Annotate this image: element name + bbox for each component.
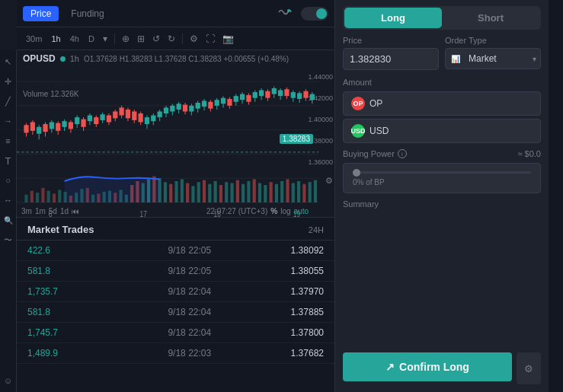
svg-rect-58 [309, 182, 312, 202]
svg-rect-129 [240, 94, 245, 100]
scale-pct[interactable]: % [270, 207, 277, 215]
funding-tab[interactable]: Funding [63, 6, 111, 21]
snapshot-btn[interactable]: 📷 [220, 32, 236, 46]
undo-btn[interactable]: ↺ [150, 32, 162, 46]
symbol-interval: 1h [70, 54, 79, 63]
price-tab[interactable]: Price [23, 6, 59, 21]
fullscreen-btn[interactable]: ⛶ [203, 32, 217, 46]
svg-point-0 [287, 9, 290, 12]
svg-rect-54 [286, 179, 289, 202]
buying-power-value: ≈ $0.0 [517, 149, 541, 158]
timeframe-dropdown-icon[interactable]: ▾ [101, 32, 110, 46]
svg-rect-56 [297, 181, 300, 202]
timeframe-1h[interactable]: 1h [48, 33, 63, 45]
confirm-settings-icon: ⚙ [524, 363, 533, 374]
shapes-tool[interactable]: ○ [2, 174, 15, 187]
svg-rect-121 [215, 100, 219, 106]
svg-rect-59 [314, 180, 317, 202]
fib-tool[interactable]: ≡ [2, 134, 15, 148]
op-coin-name: OP [369, 98, 382, 109]
zoom-tool[interactable]: 🔍 [2, 213, 15, 227]
chart-wave-tool[interactable]: 〜 [2, 233, 15, 247]
svg-rect-57 [302, 184, 305, 202]
svg-rect-39 [203, 180, 206, 202]
op-coin-dot: OP [351, 97, 365, 110]
long-btn[interactable]: Long [344, 8, 442, 28]
amount-section: Amount OP OP USD USD [343, 78, 541, 143]
svg-rect-63 [30, 122, 35, 130]
trade-price: 1.38092 [291, 245, 324, 256]
svg-rect-141 [278, 91, 283, 97]
svg-rect-11 [47, 191, 50, 202]
price-ordertype-row: Price Order Type 📊 Market Limit Stop ▾ [343, 36, 541, 70]
svg-rect-9 [36, 193, 39, 202]
price-level-3: 1.40000 [308, 116, 333, 123]
order-type-label: Order Type [445, 36, 541, 45]
chart-area[interactable]: Volume 12.326K 1.44000 1.42000 1.40000 1… [17, 67, 334, 217]
trade-time: 9/18 22:05 [88, 245, 291, 256]
svg-rect-81 [88, 116, 92, 122]
scale-1m[interactable]: 1m [35, 207, 46, 215]
amount-label: Amount [343, 78, 541, 87]
toggle-knob [316, 8, 327, 19]
svg-rect-127 [234, 96, 238, 102]
compare-btn[interactable]: ⊞ [135, 32, 147, 46]
indicators-btn[interactable] [275, 5, 295, 21]
slider-thumb[interactable] [353, 169, 360, 177]
cursor-tool[interactable]: ↖ [2, 55, 15, 69]
chart-settings-btn-toolbar[interactable]: ⚙ [187, 32, 200, 46]
scale-5d[interactable]: 5d [49, 207, 57, 215]
scale-log[interactable]: log [280, 207, 290, 215]
svg-rect-105 [164, 107, 168, 113]
svg-rect-111 [183, 105, 187, 112]
trade-amount: 1,745.7 [27, 327, 88, 338]
scale-auto[interactable]: auto [294, 207, 309, 215]
svg-rect-107 [170, 106, 174, 112]
chart-toggle[interactable] [301, 7, 328, 21]
scale-1d[interactable]: 1d [60, 207, 69, 215]
trend-line-tool[interactable]: ╱ [2, 94, 15, 108]
confirm-btn-wrap: ↗ Confirm Long [343, 349, 512, 384]
trade-amount: 1,489.9 [27, 348, 88, 359]
amount-op-row[interactable]: OP OP [343, 91, 541, 116]
confirm-arrow-icon: ↗ [385, 361, 395, 373]
trade-row: 1,745.7 9/18 22:04 1.37800 [17, 323, 334, 343]
replay-icon[interactable]: ⏮ [72, 207, 79, 215]
ray-tool[interactable]: → [2, 114, 15, 128]
chart-settings-gear[interactable]: ⚙ [325, 173, 333, 186]
timeframe-D[interactable]: D [85, 33, 98, 45]
svg-rect-95 [132, 111, 136, 120]
measure-tool[interactable]: ↔ [2, 193, 15, 207]
emoji-tool[interactable]: ☺ [2, 374, 15, 387]
short-btn[interactable]: Short [442, 8, 539, 28]
svg-rect-109 [177, 104, 181, 110]
scale-3m[interactable]: 3m [21, 207, 32, 215]
slider-container: 0% of BP [343, 163, 541, 193]
confirm-settings-button[interactable]: ⚙ [517, 352, 541, 384]
add-indicator-btn[interactable]: ⊕ [120, 32, 132, 46]
timeframe-4h[interactable]: 4h [67, 33, 82, 45]
price-input[interactable] [343, 48, 439, 70]
trades-title: Market Trades [27, 224, 94, 235]
timeframe-30m[interactable]: 30m [23, 33, 45, 45]
svg-rect-36 [186, 183, 189, 202]
svg-rect-85 [100, 114, 104, 120]
confirm-row: ↗ Confirm Long ⚙ [335, 349, 549, 392]
crosshair-tool[interactable]: ✛ [2, 75, 15, 88]
trades-list: 422.6 9/18 22:05 1.38092 581.8 9/18 22:0… [17, 241, 334, 387]
toolbar: 30m 1h 4h D ▾ ⊕ ⊞ ↺ ↻ ⚙ ⛶ 📷 [17, 27, 334, 50]
svg-rect-119 [208, 102, 213, 109]
svg-rect-67 [43, 124, 47, 132]
bottom-controls: 3m 1m 5d 1d ⏮ 22:07:27 (UTC+3) % log aut… [17, 207, 313, 215]
slider-track[interactable] [353, 171, 531, 174]
amount-usd-row[interactable]: USD USD [343, 119, 541, 143]
svg-rect-79 [81, 120, 85, 127]
redo-btn[interactable]: ↻ [165, 32, 178, 46]
price-level-2: 1.42000 [308, 94, 333, 102]
buying-power-info-icon[interactable]: i [398, 149, 407, 158]
text-tool[interactable]: T [2, 154, 15, 167]
confirm-long-button[interactable]: ↗ Confirm Long [343, 352, 512, 381]
price-level-5: 1.36000 [308, 158, 333, 166]
buying-power-row: Buying Power i ≈ $0.0 [343, 149, 541, 158]
svg-rect-125 [227, 99, 232, 106]
